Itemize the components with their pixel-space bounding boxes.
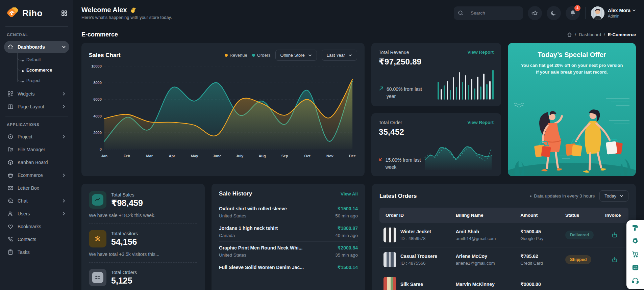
welcome-block: Welcome Alex Here's what's happening wit…	[81, 6, 172, 20]
clipboard-icon	[7, 249, 14, 255]
sidebar-item-default[interactable]: Default	[18, 54, 69, 65]
notifications-button[interactable]: 4	[566, 6, 580, 20]
chevron-right-icon	[62, 173, 66, 177]
orders-table-header: Order ID Billing Name Amount Status Invo…	[379, 208, 628, 223]
svg-text:Feb: Feb	[124, 154, 130, 158]
svg-text:May: May	[191, 154, 198, 158]
svg-text:Nov: Nov	[326, 154, 334, 158]
order-row: Winter JecketID : 4859578 Amit Shahamith…	[379, 223, 628, 247]
total-sales-icon	[89, 191, 106, 209]
chevron-right-icon	[62, 212, 66, 216]
bookmark-star-button[interactable]	[528, 6, 542, 20]
chevron-right-icon	[62, 92, 66, 96]
divider	[89, 223, 197, 224]
invoice-download-button[interactable]	[610, 255, 620, 265]
breadcrumb-current: E-Commerce	[608, 32, 636, 37]
orders-table: Order ID Billing Name Amount Status Invo…	[379, 208, 628, 290]
chevron-down-icon	[632, 8, 636, 12]
sales-chart-card: Sales Chart Revenue Orders Online Store …	[81, 43, 365, 176]
sale-history-view-all-link[interactable]: View All	[341, 191, 358, 196]
svg-text:4000: 4000	[93, 114, 101, 118]
search-box[interactable]	[454, 6, 523, 20]
offer-text: You can flat get 20% off on your next pr…	[515, 62, 629, 76]
sidebar-item-users[interactable]: Users	[4, 208, 69, 220]
support-headset-button[interactable]	[631, 277, 639, 285]
avatar	[591, 6, 604, 20]
app-name[interactable]: Riho	[22, 8, 61, 19]
arrow-up-right-icon	[379, 86, 384, 91]
home-icon	[7, 44, 14, 50]
svg-text:Mar: Mar	[146, 154, 153, 158]
arrow-down-left-icon	[379, 157, 383, 162]
sidebar-item-widgets[interactable]: Widgets	[4, 88, 69, 100]
status-badge: Delivered	[565, 231, 594, 239]
invoice-download-button[interactable]	[610, 230, 620, 240]
user-icon	[7, 211, 14, 217]
sidebar-item-file-manager[interactable]: File Manager	[4, 143, 69, 156]
sale-history-item: Graphic Print Men Round Neck Whi...Unite…	[219, 242, 358, 261]
sale-history-card: Sale History View All Oxford shirt with …	[212, 184, 365, 290]
phone-icon	[7, 236, 14, 242]
star-icon	[531, 10, 538, 17]
breadcrumb-separator: /	[604, 32, 605, 37]
divider	[467, 10, 467, 16]
product-thumbnail	[383, 252, 396, 267]
basket-icon	[7, 172, 14, 178]
order-row: Silk Saree Marvin McKinney ₹2000.00	[379, 272, 628, 290]
home-icon[interactable]	[567, 32, 572, 37]
moon-icon	[550, 10, 557, 17]
sidebar-item-chat[interactable]: Chat	[4, 195, 69, 207]
sidebar-toggle-icon[interactable]	[61, 10, 67, 16]
orders-period-select[interactable]: Today	[599, 190, 628, 202]
page-title: E-commerce	[81, 31, 118, 38]
total-sales-label: Total Sales	[111, 192, 143, 197]
layout-icon	[7, 104, 14, 110]
riho-logo-icon[interactable]	[7, 7, 20, 19]
period-filter-select[interactable]: Last Year	[322, 50, 357, 61]
svg-text:6000: 6000	[93, 97, 101, 101]
sidebar-item-ecommerce-dash[interactable]: Ecommerce	[18, 65, 69, 75]
cube-icon	[7, 159, 14, 165]
store-filter-select[interactable]: Online Store	[275, 50, 317, 61]
total-sales-note: We have sale +18.2k this week.	[89, 213, 197, 218]
paint-roller-button[interactable]	[631, 224, 639, 232]
svg-text:Dec: Dec	[349, 154, 356, 158]
total-order-card: Total Order 35,452 View Report 15.00% fr…	[371, 113, 501, 176]
search-input[interactable]	[471, 10, 508, 16]
profile-menu[interactable]: Alex Mora Admin	[591, 6, 636, 20]
svg-text:8000: 8000	[93, 81, 101, 85]
preferences-button[interactable]	[631, 264, 639, 271]
sidebar-item-project[interactable]: Project	[4, 131, 69, 143]
sidebar-item-project-dash[interactable]: Project	[18, 75, 69, 86]
special-offer-card: Today’s Special Offer You can flat get 2…	[508, 43, 636, 176]
divider	[585, 7, 586, 19]
order-row: Casual TrousereID : 4875566 Arlene McCoy…	[379, 247, 628, 272]
offer-illustration	[508, 88, 636, 176]
cart-button[interactable]	[631, 251, 639, 258]
svg-text:Sep: Sep	[281, 154, 288, 158]
revenue-delta-text: 60.00% from last year	[387, 86, 429, 100]
breadcrumb: / Dashboard / E-Commerce	[567, 32, 636, 37]
svg-text:10000: 10000	[91, 64, 101, 68]
waving-hand-icon	[130, 7, 137, 14]
chevron-down-icon	[308, 53, 312, 57]
sidebar-item-tasks[interactable]: Tasks	[4, 246, 69, 258]
sidebar-item-contacts[interactable]: Contacts	[4, 233, 69, 245]
product-thumbnail	[383, 277, 396, 290]
sidebar-item-letter-box[interactable]: Letter Box	[4, 182, 69, 194]
sidebar-item-page-layout[interactable]: Page Layout	[4, 101, 69, 113]
dark-mode-button[interactable]	[547, 6, 561, 20]
chat-icon	[7, 198, 14, 204]
settings-gear-button[interactable]	[631, 237, 639, 245]
order-view-report-link[interactable]: View Report	[467, 120, 494, 125]
sidebar-item-kanban-board[interactable]: Kanban Board	[4, 156, 69, 168]
breadcrumb-dashboard[interactable]: Dashboard	[579, 32, 601, 37]
total-orders-icon	[89, 269, 106, 286]
revenue-view-report-link[interactable]: View Report	[467, 50, 494, 55]
sidebar-item-dashboards[interactable]: Dashboards	[4, 41, 69, 53]
total-orders-value: 5,125	[111, 276, 137, 286]
total-revenue-card: Total Revenue ₹97,250.89 View Report 60.…	[371, 43, 501, 106]
chevron-down-icon	[348, 53, 352, 57]
sidebar-item-bookmarks[interactable]: Bookmarks	[4, 220, 69, 233]
sidebar-item-ecommerce[interactable]: Ecommerce	[4, 169, 69, 181]
